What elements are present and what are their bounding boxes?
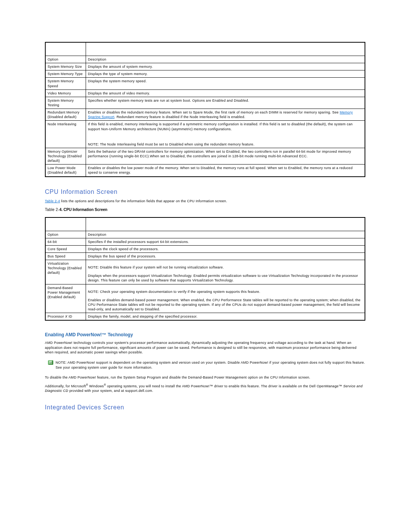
table-row: System Memory Testing Specifies whether … bbox=[45, 97, 365, 109]
table-row: Demand-Based Power Management (Enabled d… bbox=[45, 284, 365, 313]
cpu-intro-text: Table 2-4 lists the options and descript… bbox=[45, 199, 365, 203]
cpu-info-table: Option Description 64-bit Specifies if t… bbox=[45, 217, 365, 321]
table-header-description: Description bbox=[86, 231, 365, 238]
table-row: Node Interleaving If this field is enabl… bbox=[45, 121, 365, 148]
amd-powernow-heading: Enabling AMD PowerNow!™ Technology bbox=[45, 332, 365, 337]
table-row: Memory Optimizer Technology (Enabled def… bbox=[45, 148, 365, 164]
table-row: Bus Speed Displays the bus speed of the … bbox=[45, 252, 365, 260]
integrated-devices-heading: Integrated Devices Screen bbox=[45, 404, 365, 411]
memory-settings-table: Option Description System Memory Size Di… bbox=[45, 42, 365, 177]
amd-paragraph-3: Additionally, for Microsoft® Windows® op… bbox=[45, 383, 365, 393]
table-header-option: Option bbox=[45, 56, 86, 63]
note-icon bbox=[48, 360, 53, 365]
amd-paragraph-1: AMD PowerNow! technology controls your s… bbox=[45, 340, 365, 355]
table-row: System Memory Type Displays the type of … bbox=[45, 70, 365, 78]
table-2-4-link[interactable]: Table 2-4 bbox=[45, 199, 60, 203]
table-row: Low Power Mode (Disabled default) Enable… bbox=[45, 165, 365, 177]
table-row: System Memory Speed Displays the system … bbox=[45, 78, 365, 89]
table-row: System Memory Size Displays the amount o… bbox=[45, 63, 365, 70]
table-row: Video Memory Displays the amount of vide… bbox=[45, 89, 365, 97]
table-header-option: Option bbox=[45, 231, 86, 238]
table-row: 64-bit Specifies if the installed proces… bbox=[45, 238, 365, 245]
table-row: Processor X ID Displays the family, mode… bbox=[45, 313, 365, 321]
table-row: Core Speed Displays the clock speed of t… bbox=[45, 245, 365, 252]
amd-paragraph-2: To disable the AMD PowerNow! feature, ru… bbox=[45, 375, 365, 380]
amd-note-block: NOTE: AMD PowerNow! support is dependent… bbox=[45, 360, 365, 370]
table-header-description: Description bbox=[86, 56, 365, 63]
table-row: Virtualization Technology (Enabled defau… bbox=[45, 260, 365, 284]
table-2-4-caption: Table 2-4. CPU Information Screen bbox=[45, 208, 365, 212]
table-row: Redundant Memory (Disabled default) Enab… bbox=[45, 109, 365, 121]
cpu-info-heading: CPU Information Screen bbox=[45, 189, 365, 195]
